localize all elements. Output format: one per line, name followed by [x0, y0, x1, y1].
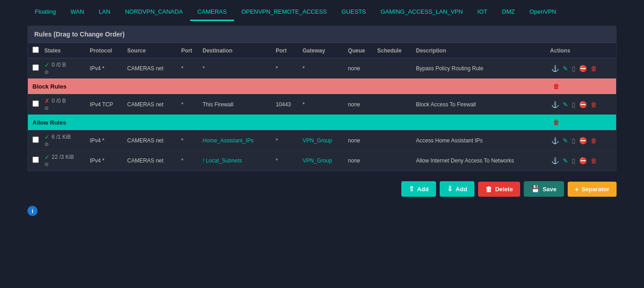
separator-button[interactable]: + Separator — [568, 182, 617, 197]
action-edit-btn[interactable]: ✎ — [562, 156, 569, 165]
gateway-link[interactable]: VPN_Group — [303, 157, 332, 164]
action-disable-btn[interactable]: ⛔ — [578, 156, 588, 165]
action-disable-btn[interactable]: ⛔ — [578, 100, 588, 109]
section-delete-btn[interactable]: 🗑 — [552, 82, 560, 91]
add-up-button[interactable]: ⇧ Add — [401, 181, 436, 197]
nav-tab-openvpn_remote_access[interactable]: OPENVPN_REMOTE_ACCESS — [234, 4, 334, 21]
nav-tab-cameras[interactable]: CAMERAS — [190, 4, 234, 21]
row-source: CAMERAS net — [124, 94, 178, 115]
select-all-checkbox[interactable] — [32, 47, 39, 53]
add-up-label: Add — [417, 186, 429, 193]
action-edit-btn[interactable]: ✎ — [562, 136, 569, 145]
info-icon: i — [27, 206, 37, 216]
row-checkbox-cell — [28, 131, 42, 151]
row-status-cell: ✓ 22 /3 KiB ⚙ — [42, 151, 87, 171]
gear-icon[interactable]: ⚙ — [44, 105, 84, 111]
row-schedule — [374, 58, 413, 79]
nav-tab-gaming_access_lan_vpn[interactable]: GAMING_ACCESS_LAN_VPN — [373, 4, 470, 21]
action-disable-btn[interactable]: ⛔ — [578, 64, 588, 73]
rules-title: Rules (Drag to Change Order) — [34, 31, 125, 38]
table-row: ✗ 0 /0 B ⚙ IPv4 TCP CAMERAS net * This F… — [28, 94, 616, 115]
section-delete-btn[interactable]: 🗑 — [552, 118, 560, 127]
action-delete-btn[interactable]: 🗑 — [590, 156, 598, 165]
row-actions: ⚓ ✎ ▯ ⛔ 🗑 — [548, 131, 616, 151]
row-checkbox[interactable] — [32, 157, 39, 163]
row-actions: ⚓ ✎ ▯ ⛔ 🗑 — [548, 94, 616, 115]
row-gateway: * — [300, 58, 345, 79]
nav-tab-guests[interactable]: GUESTS — [334, 4, 373, 21]
bottom-bar: ⇧ Add ⇩ Add 🗑 Delete 💾 Save + Separator — [0, 176, 644, 202]
row-gateway: * — [300, 94, 345, 115]
gear-icon[interactable]: ⚙ — [44, 162, 84, 168]
enabled-check-icon: ✓ — [44, 153, 50, 161]
rules-container: Rules (Drag to Change Order) States Prot… — [27, 26, 617, 171]
status-cell: ✓ 22 /3 KiB — [44, 153, 84, 161]
status-cell: ✓ 6 /1 KiB — [44, 133, 84, 141]
actions-cell: ⚓ ✎ ▯ ⛔ 🗑 — [550, 64, 613, 73]
nav-tab-iot[interactable]: IOT — [470, 4, 495, 21]
delete-icon: 🗑 — [485, 185, 492, 193]
state-text: 0 /0 B — [52, 62, 66, 68]
action-edit-btn[interactable]: ✎ — [562, 64, 569, 73]
row-checkbox[interactable] — [32, 64, 39, 71]
row-gateway: VPN_Group — [300, 131, 345, 151]
nav-tab-lan[interactable]: LAN — [91, 4, 117, 21]
row-checkbox[interactable] — [32, 100, 39, 107]
action-copy-btn[interactable]: ▯ — [571, 100, 576, 109]
add-down-button[interactable]: ⇩ Add — [440, 181, 474, 197]
row-queue: none — [345, 94, 374, 115]
action-delete-btn[interactable]: 🗑 — [590, 136, 598, 145]
nav-tab-wan[interactable]: WAN — [63, 4, 91, 21]
nav-tab-dmz[interactable]: DMZ — [495, 4, 522, 21]
section-delete-cell: 🗑 — [548, 79, 616, 94]
action-copy-btn[interactable]: ▯ — [571, 156, 576, 165]
save-label: Save — [543, 186, 556, 193]
state-text: 6 /1 KiB — [52, 134, 71, 140]
add-up-icon: ⇧ — [409, 185, 415, 193]
action-edit-btn[interactable]: ✎ — [562, 100, 569, 109]
row-source: CAMERAS net — [124, 58, 178, 79]
row-checkbox-cell — [28, 94, 42, 115]
action-delete-btn[interactable]: 🗑 — [590, 64, 598, 73]
section-delete-cell: 🗑 — [548, 115, 616, 131]
destination-text: * — [202, 65, 205, 72]
rules-header: Rules (Drag to Change Order) — [28, 26, 616, 43]
save-button[interactable]: 💾 Save — [524, 181, 564, 197]
row-protocol: IPv4 * — [87, 131, 124, 151]
save-icon: 💾 — [531, 185, 540, 193]
row-status-cell: ✓ 6 /1 KiB ⚙ — [42, 131, 87, 151]
col-dest-port: Port — [273, 43, 300, 58]
row-schedule — [374, 151, 413, 171]
action-move-btn[interactable]: ⚓ — [550, 136, 560, 145]
delete-button[interactable]: 🗑 Delete — [478, 182, 520, 197]
row-protocol: IPv4 * — [87, 58, 124, 79]
gear-icon[interactable]: ⚙ — [44, 69, 84, 75]
destination-link[interactable]: ! Local_Subnets — [202, 157, 242, 164]
row-checkbox[interactable] — [32, 136, 39, 143]
action-move-btn[interactable]: ⚓ — [550, 100, 560, 109]
section-label: Block Rules — [28, 79, 548, 94]
col-destination: Destination — [200, 43, 273, 58]
nav-tab-openvpn[interactable]: OpenVPN — [522, 4, 564, 21]
row-dest-port: 10443 — [273, 94, 300, 115]
action-disable-btn[interactable]: ⛔ — [578, 136, 588, 145]
col-gateway: Gateway — [300, 43, 345, 58]
row-description: Allow Internet Deny Access To Networks — [413, 151, 548, 171]
row-description: Block Access To Firewall — [413, 94, 548, 115]
row-destination: This Firewall — [200, 94, 273, 115]
action-copy-btn[interactable]: ▯ — [571, 64, 576, 73]
nav-tab-nordvpn_canada[interactable]: NORDVPN_CANADA — [117, 4, 190, 21]
action-copy-btn[interactable]: ▯ — [571, 136, 576, 145]
gateway-link[interactable]: VPN_Group — [303, 137, 332, 144]
nav-tab-floating[interactable]: Floating — [27, 4, 63, 21]
row-queue: none — [345, 58, 374, 79]
state-text: 22 /3 KiB — [52, 154, 74, 160]
gear-icon[interactable]: ⚙ — [44, 141, 84, 147]
row-source: CAMERAS net — [124, 131, 178, 151]
add-down-label: Add — [456, 186, 467, 193]
action-delete-btn[interactable]: 🗑 — [590, 100, 598, 109]
action-move-btn[interactable]: ⚓ — [550, 64, 560, 73]
enabled-check-icon: ✓ — [44, 61, 50, 68]
destination-link[interactable]: Home_Assistant_IPs — [202, 137, 253, 144]
action-move-btn[interactable]: ⚓ — [550, 156, 560, 165]
